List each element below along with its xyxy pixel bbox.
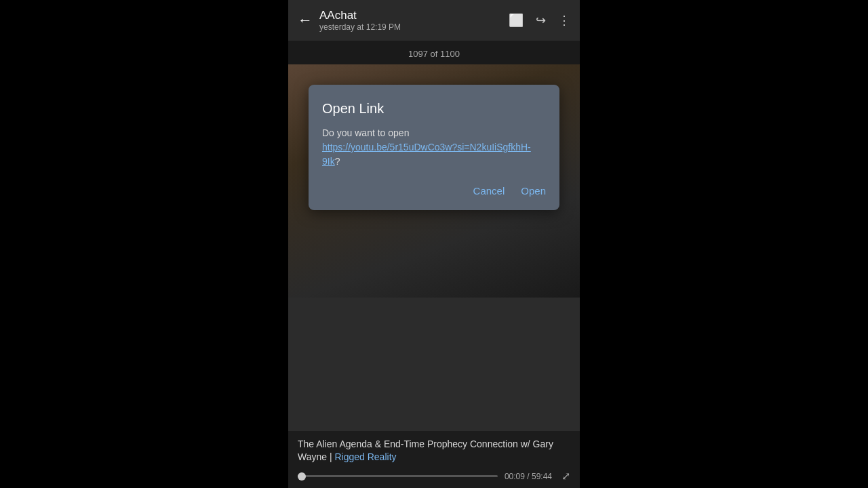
video-title: The Alien Agenda & End-Time Prophecy Con… (298, 438, 570, 464)
top-bar-left: ← AAchat yesterday at 12:19 PM (298, 9, 401, 32)
chat-subtitle: yesterday at 12:19 PM (319, 22, 401, 32)
dialog-body-prefix: Do you want to open (322, 127, 409, 138)
top-bar: ← AAchat yesterday at 12:19 PM ⬜ ↪ ⋮ (288, 0, 580, 41)
share-icon[interactable]: ↪ (536, 13, 546, 28)
dialog-body: Do you want to open https://youtu.be/5r1… (322, 126, 546, 169)
message-counter: 1097 of 1100 (288, 41, 580, 64)
screen-icon[interactable]: ⬜ (509, 13, 524, 28)
more-options-icon[interactable]: ⋮ (558, 13, 570, 28)
content-area: Open Link Do you want to open https://yo… (288, 64, 580, 488)
open-link-dialog: Open Link Do you want to open https://yo… (309, 85, 559, 210)
video-channel[interactable]: Rigged Reality (334, 451, 396, 462)
dialog-title: Open Link (322, 101, 546, 117)
chat-title: AAchat (319, 9, 401, 22)
dialog-body-suffix: ? (335, 156, 340, 167)
progress-dot (298, 472, 306, 481)
back-button[interactable]: ← (298, 12, 313, 29)
dialog-actions: Cancel Open (322, 182, 546, 199)
video-info-area: The Alien Agenda & End-Time Prophecy Con… (288, 431, 580, 488)
expand-icon[interactable]: ⤢ (561, 470, 570, 483)
progress-bar-track[interactable] (298, 475, 498, 477)
chat-info: AAchat yesterday at 12:19 PM (319, 9, 401, 32)
phone-frame: ← AAchat yesterday at 12:19 PM ⬜ ↪ ⋮ 109… (288, 0, 580, 488)
progress-bar-area: 00:09 / 59:44 ⤢ (298, 470, 570, 483)
top-bar-actions: ⬜ ↪ ⋮ (509, 13, 570, 28)
cancel-button[interactable]: Cancel (473, 182, 505, 199)
open-button[interactable]: Open (521, 182, 546, 199)
dialog-link[interactable]: https://youtu.be/5r15uDwCo3w?si=N2kuIiSg… (322, 142, 531, 167)
time-display: 00:09 / 59:44 (505, 472, 552, 481)
